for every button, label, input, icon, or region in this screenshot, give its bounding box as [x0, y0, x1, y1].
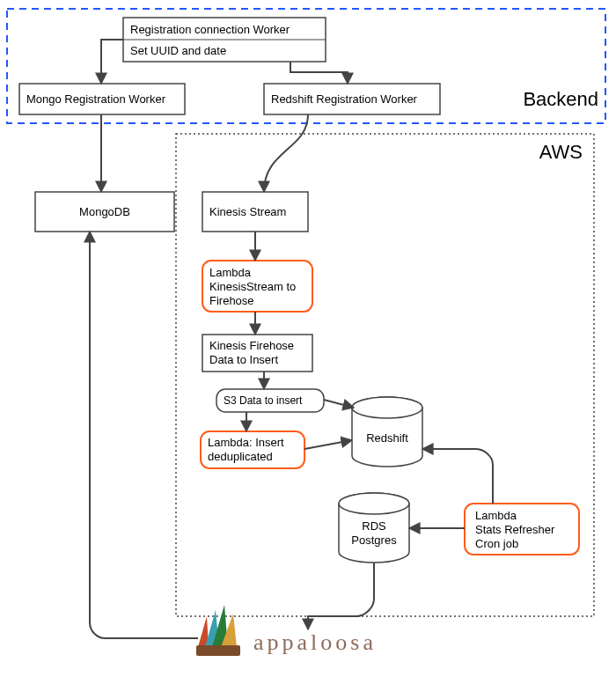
svg-text:Mongo Registration Worker: Mongo Registration Worker [26, 92, 166, 106]
aws-label: AWS [539, 141, 583, 163]
svg-text:Cron job: Cron job [475, 537, 518, 550]
kinesis-stream-box: Kinesis Stream [202, 192, 308, 232]
reg-connection-worker: Registration connection Worker Set UUID … [123, 18, 326, 62]
edge-regconn-to-mongoworker [101, 40, 123, 84]
svg-text:Redshift: Redshift [366, 431, 408, 445]
svg-text:S3 Data to insert: S3 Data to insert [224, 394, 303, 407]
lambda-stats-refresher: Lambda Stats Refresher Cron job [465, 504, 579, 555]
svg-text:Data to Insert: Data to Insert [209, 353, 278, 366]
svg-text:RDS: RDS [362, 519, 386, 533]
edge-rds-to-appaloosa [308, 563, 374, 629]
svg-text:MongoDB: MongoDB [79, 205, 130, 218]
edge-regconn-to-redshiftworker [290, 62, 348, 84]
svg-text:Lambda: Lambda [475, 509, 517, 522]
s3-data-box: S3 Data to insert [216, 389, 324, 412]
edge-appaloosa-to-mongodb [90, 232, 198, 638]
lambda-dedup: Lambda: Insert deduplicated [201, 431, 304, 468]
appaloosa-text: appaloosa [253, 629, 377, 655]
svg-text:KinesisStream to: KinesisStream to [209, 280, 296, 293]
svg-point-26 [339, 493, 409, 514]
edge-dedup-to-redshift [304, 440, 352, 449]
edge-stats-to-redshift [422, 449, 493, 504]
edge-redshift-worker-to-kinesis [264, 114, 308, 192]
svg-text:Redshift Registration Worker: Redshift Registration Worker [271, 92, 418, 106]
mongodb-box: MongoDB [35, 192, 174, 232]
svg-rect-33 [196, 645, 240, 656]
redshift-registration-worker: Redshift Registration Worker [264, 84, 440, 114]
architecture-diagram: Backend AWS Registration connection Work… [0, 0, 616, 677]
svg-text:Postgres: Postgres [351, 534, 397, 547]
kinesis-firehose-box: Kinesis Firehose Data to Insert [202, 335, 312, 372]
rds-postgres-cylinder: RDS Postgres [339, 493, 409, 563]
svg-text:Lambda: Lambda [209, 266, 252, 279]
edge-s3-to-redshift [324, 400, 354, 408]
lambda-kinesis-to-firehose: Lambda KinesisStream to Firehose [202, 261, 312, 312]
reg-conn-title: Registration connection Worker [130, 23, 290, 36]
appaloosa-logo: appaloosa [196, 605, 377, 656]
reg-conn-sub: Set UUID and date [130, 44, 226, 57]
svg-text:deduplicated: deduplicated [208, 450, 273, 463]
svg-text:Firehose: Firehose [209, 294, 254, 307]
svg-text:Lambda: Insert: Lambda: Insert [208, 436, 284, 449]
redshift-cylinder: Redshift [352, 397, 422, 467]
svg-text:Kinesis Firehose: Kinesis Firehose [209, 339, 294, 352]
svg-text:Kinesis Stream: Kinesis Stream [209, 205, 286, 218]
svg-point-23 [352, 397, 422, 418]
svg-text:Stats Refresher: Stats Refresher [475, 523, 555, 536]
mongo-registration-worker: Mongo Registration Worker [19, 84, 185, 114]
backend-label: Backend [523, 88, 598, 110]
